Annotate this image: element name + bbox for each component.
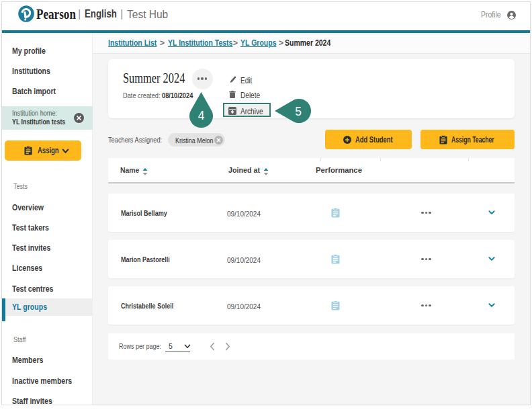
svg-text:4: 4 bbox=[198, 109, 205, 122]
svg-text:5: 5 bbox=[295, 105, 302, 118]
